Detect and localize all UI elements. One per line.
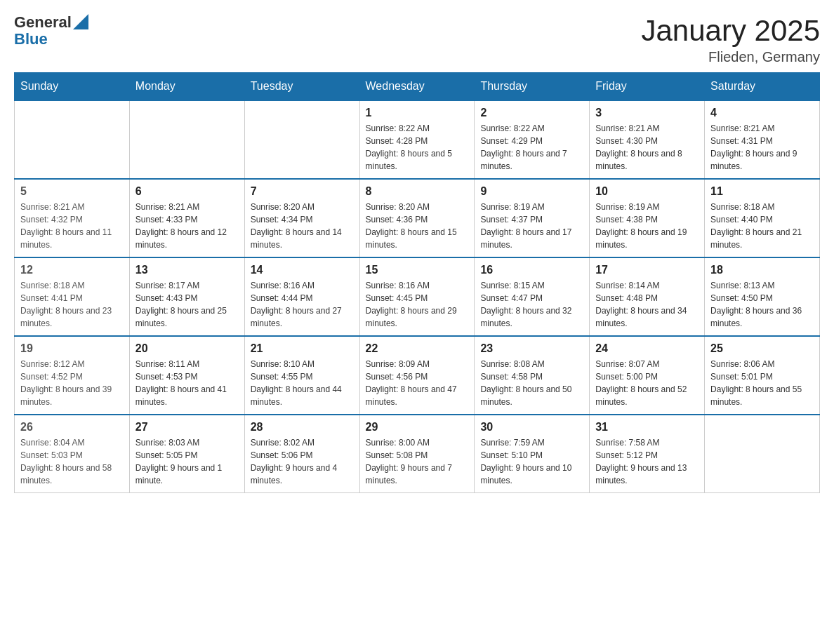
calendar-cell: 7Sunrise: 8:20 AMSunset: 4:34 PMDaylight… (244, 179, 359, 257)
day-number: 1 (366, 107, 469, 119)
calendar-cell: 1Sunrise: 8:22 AMSunset: 4:28 PMDaylight… (359, 100, 475, 179)
day-info: Sunrise: 8:12 AMSunset: 4:52 PMDaylight:… (20, 358, 124, 408)
day-header-saturday: Saturday (705, 73, 820, 101)
day-number: 7 (251, 185, 354, 198)
calendar-cell: 4Sunrise: 8:21 AMSunset: 4:31 PMDaylight… (705, 100, 820, 179)
day-info: Sunrise: 8:18 AMSunset: 4:40 PMDaylight:… (710, 201, 814, 251)
calendar-cell: 25Sunrise: 8:06 AMSunset: 5:01 PMDayligh… (705, 336, 820, 415)
calendar-cell: 23Sunrise: 8:08 AMSunset: 4:58 PMDayligh… (475, 336, 590, 415)
svg-marker-0 (73, 14, 88, 29)
calendar-cell: 30Sunrise: 7:59 AMSunset: 5:10 PMDayligh… (475, 415, 590, 493)
calendar-cell: 9Sunrise: 8:19 AMSunset: 4:37 PMDaylight… (475, 179, 590, 257)
day-info: Sunrise: 8:00 AMSunset: 5:08 PMDaylight:… (366, 436, 469, 487)
day-info: Sunrise: 8:17 AMSunset: 4:43 PMDaylight:… (135, 279, 239, 330)
calendar-cell: 10Sunrise: 8:19 AMSunset: 4:38 PMDayligh… (590, 179, 705, 257)
day-info: Sunrise: 8:14 AMSunset: 4:48 PMDaylight:… (595, 279, 699, 330)
calendar-cell: 8Sunrise: 8:20 AMSunset: 4:36 PMDaylight… (359, 179, 475, 257)
calendar-cell: 14Sunrise: 8:16 AMSunset: 4:44 PMDayligh… (244, 257, 359, 336)
logo: General Blue (14, 14, 88, 48)
calendar-cell: 19Sunrise: 8:12 AMSunset: 4:52 PMDayligh… (15, 336, 130, 415)
calendar-cell: 12Sunrise: 8:18 AMSunset: 4:41 PMDayligh… (15, 257, 130, 336)
day-header-wednesday: Wednesday (359, 73, 475, 101)
logo-arrow-icon (73, 14, 88, 29)
day-info: Sunrise: 8:22 AMSunset: 4:29 PMDaylight:… (480, 122, 583, 173)
day-header-row: SundayMondayTuesdayWednesdayThursdayFrid… (15, 73, 820, 101)
day-info: Sunrise: 8:19 AMSunset: 4:38 PMDaylight:… (595, 201, 699, 251)
day-number: 23 (480, 342, 583, 355)
calendar-cell: 24Sunrise: 8:07 AMSunset: 5:00 PMDayligh… (590, 336, 705, 415)
day-number: 31 (595, 421, 699, 434)
day-info: Sunrise: 8:10 AMSunset: 4:55 PMDaylight:… (251, 358, 354, 408)
day-number: 15 (366, 264, 469, 276)
day-number: 11 (710, 185, 814, 198)
day-info: Sunrise: 8:03 AMSunset: 5:05 PMDaylight:… (135, 436, 239, 487)
day-info: Sunrise: 8:11 AMSunset: 4:53 PMDaylight:… (135, 358, 239, 408)
calendar-cell: 20Sunrise: 8:11 AMSunset: 4:53 PMDayligh… (129, 336, 244, 415)
calendar-cell (705, 415, 820, 493)
week-row-2: 5Sunrise: 8:21 AMSunset: 4:32 PMDaylight… (15, 179, 820, 257)
day-number: 4 (710, 107, 814, 119)
day-number: 12 (20, 264, 124, 276)
day-number: 28 (251, 421, 354, 434)
day-number: 13 (135, 264, 239, 276)
calendar-cell (244, 100, 359, 179)
day-number: 24 (595, 342, 699, 355)
week-row-5: 26Sunrise: 8:04 AMSunset: 5:03 PMDayligh… (15, 415, 820, 493)
day-number: 30 (480, 421, 583, 434)
day-info: Sunrise: 8:09 AMSunset: 4:56 PMDaylight:… (366, 358, 469, 408)
day-info: Sunrise: 8:15 AMSunset: 4:47 PMDaylight:… (480, 279, 583, 330)
day-number: 25 (710, 342, 814, 355)
day-info: Sunrise: 8:08 AMSunset: 4:58 PMDaylight:… (480, 358, 583, 408)
calendar-cell: 11Sunrise: 8:18 AMSunset: 4:40 PMDayligh… (705, 179, 820, 257)
day-number: 21 (251, 342, 354, 355)
calendar-subtitle: Flieden, Germany (641, 49, 820, 65)
day-number: 18 (710, 264, 814, 276)
calendar-table: SundayMondayTuesdayWednesdayThursdayFrid… (14, 72, 820, 493)
day-info: Sunrise: 8:18 AMSunset: 4:41 PMDaylight:… (20, 279, 124, 330)
day-number: 20 (135, 342, 239, 355)
day-header-sunday: Sunday (15, 73, 130, 101)
day-number: 6 (135, 185, 239, 198)
calendar-cell: 17Sunrise: 8:14 AMSunset: 4:48 PMDayligh… (590, 257, 705, 336)
calendar-cell (15, 100, 130, 179)
day-number: 19 (20, 342, 124, 355)
day-info: Sunrise: 8:21 AMSunset: 4:33 PMDaylight:… (135, 201, 239, 251)
calendar-cell: 3Sunrise: 8:21 AMSunset: 4:30 PMDaylight… (590, 100, 705, 179)
week-row-4: 19Sunrise: 8:12 AMSunset: 4:52 PMDayligh… (15, 336, 820, 415)
day-number: 17 (595, 264, 699, 276)
calendar-cell (129, 100, 244, 179)
day-info: Sunrise: 8:21 AMSunset: 4:31 PMDaylight:… (710, 122, 814, 173)
day-info: Sunrise: 8:21 AMSunset: 4:32 PMDaylight:… (20, 201, 124, 251)
day-info: Sunrise: 8:04 AMSunset: 5:03 PMDaylight:… (20, 436, 124, 487)
title-section: January 2025 Flieden, Germany (641, 14, 820, 65)
calendar-cell: 29Sunrise: 8:00 AMSunset: 5:08 PMDayligh… (359, 415, 475, 493)
day-info: Sunrise: 8:06 AMSunset: 5:01 PMDaylight:… (710, 358, 814, 408)
day-info: Sunrise: 8:02 AMSunset: 5:06 PMDaylight:… (251, 436, 354, 487)
day-number: 2 (480, 107, 583, 119)
calendar-cell: 18Sunrise: 8:13 AMSunset: 4:50 PMDayligh… (705, 257, 820, 336)
day-number: 27 (135, 421, 239, 434)
logo-blue-text: Blue (14, 31, 88, 48)
day-number: 22 (366, 342, 469, 355)
day-info: Sunrise: 8:13 AMSunset: 4:50 PMDaylight:… (710, 279, 814, 330)
day-info: Sunrise: 8:20 AMSunset: 4:36 PMDaylight:… (366, 201, 469, 251)
day-number: 5 (20, 185, 124, 198)
day-info: Sunrise: 7:59 AMSunset: 5:10 PMDaylight:… (480, 436, 583, 487)
calendar-cell: 5Sunrise: 8:21 AMSunset: 4:32 PMDaylight… (15, 179, 130, 257)
day-header-friday: Friday (590, 73, 705, 101)
calendar-cell: 27Sunrise: 8:03 AMSunset: 5:05 PMDayligh… (129, 415, 244, 493)
calendar-cell: 2Sunrise: 8:22 AMSunset: 4:29 PMDaylight… (475, 100, 590, 179)
day-number: 14 (251, 264, 354, 276)
day-number: 8 (366, 185, 469, 198)
calendar-cell: 21Sunrise: 8:10 AMSunset: 4:55 PMDayligh… (244, 336, 359, 415)
calendar-cell: 28Sunrise: 8:02 AMSunset: 5:06 PMDayligh… (244, 415, 359, 493)
week-row-3: 12Sunrise: 8:18 AMSunset: 4:41 PMDayligh… (15, 257, 820, 336)
logo-general-text: General (14, 14, 72, 31)
calendar-title: January 2025 (641, 14, 820, 48)
day-header-monday: Monday (129, 73, 244, 101)
calendar-cell: 31Sunrise: 7:58 AMSunset: 5:12 PMDayligh… (590, 415, 705, 493)
day-info: Sunrise: 8:19 AMSunset: 4:37 PMDaylight:… (480, 201, 583, 251)
calendar-cell: 15Sunrise: 8:16 AMSunset: 4:45 PMDayligh… (359, 257, 475, 336)
day-header-thursday: Thursday (475, 73, 590, 101)
day-info: Sunrise: 8:22 AMSunset: 4:28 PMDaylight:… (366, 122, 469, 173)
